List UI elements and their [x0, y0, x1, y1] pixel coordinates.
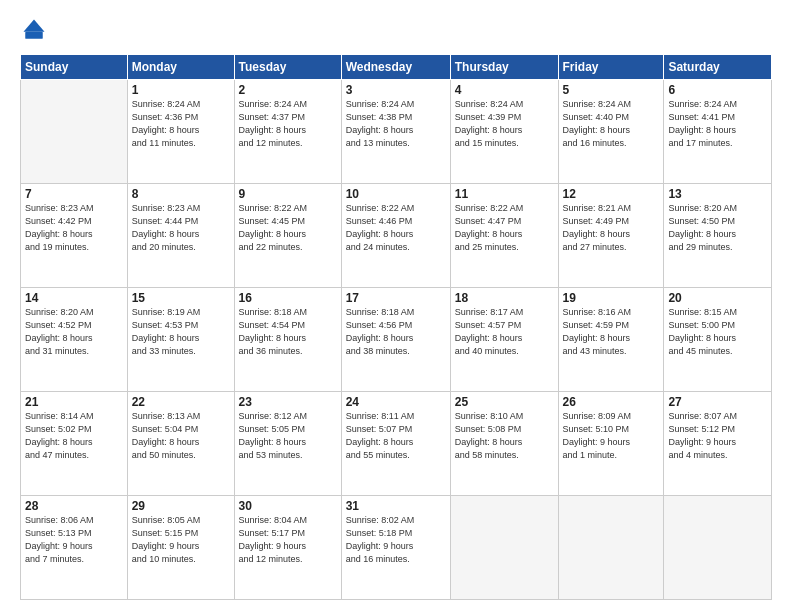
calendar-cell: 3Sunrise: 8:24 AM Sunset: 4:38 PM Daylig…	[341, 80, 450, 184]
day-number: 26	[563, 395, 660, 409]
day-info: Sunrise: 8:19 AM Sunset: 4:53 PM Dayligh…	[132, 306, 230, 358]
day-info: Sunrise: 8:07 AM Sunset: 5:12 PM Dayligh…	[668, 410, 767, 462]
day-info: Sunrise: 8:22 AM Sunset: 4:45 PM Dayligh…	[239, 202, 337, 254]
logo-icon	[20, 16, 48, 44]
day-info: Sunrise: 8:14 AM Sunset: 5:02 PM Dayligh…	[25, 410, 123, 462]
day-info: Sunrise: 8:10 AM Sunset: 5:08 PM Dayligh…	[455, 410, 554, 462]
calendar-week-row: 28Sunrise: 8:06 AM Sunset: 5:13 PM Dayli…	[21, 496, 772, 600]
day-info: Sunrise: 8:02 AM Sunset: 5:18 PM Dayligh…	[346, 514, 446, 566]
day-info: Sunrise: 8:05 AM Sunset: 5:15 PM Dayligh…	[132, 514, 230, 566]
calendar-header-wednesday: Wednesday	[341, 55, 450, 80]
day-info: Sunrise: 8:24 AM Sunset: 4:38 PM Dayligh…	[346, 98, 446, 150]
day-info: Sunrise: 8:24 AM Sunset: 4:40 PM Dayligh…	[563, 98, 660, 150]
calendar-cell: 2Sunrise: 8:24 AM Sunset: 4:37 PM Daylig…	[234, 80, 341, 184]
calendar-cell: 19Sunrise: 8:16 AM Sunset: 4:59 PM Dayli…	[558, 288, 664, 392]
day-number: 12	[563, 187, 660, 201]
day-number: 15	[132, 291, 230, 305]
calendar-week-row: 1Sunrise: 8:24 AM Sunset: 4:36 PM Daylig…	[21, 80, 772, 184]
day-number: 24	[346, 395, 446, 409]
day-number: 27	[668, 395, 767, 409]
day-number: 14	[25, 291, 123, 305]
day-info: Sunrise: 8:24 AM Sunset: 4:39 PM Dayligh…	[455, 98, 554, 150]
calendar-cell	[664, 496, 772, 600]
calendar-cell: 17Sunrise: 8:18 AM Sunset: 4:56 PM Dayli…	[341, 288, 450, 392]
day-number: 6	[668, 83, 767, 97]
day-number: 11	[455, 187, 554, 201]
day-info: Sunrise: 8:21 AM Sunset: 4:49 PM Dayligh…	[563, 202, 660, 254]
calendar-cell: 16Sunrise: 8:18 AM Sunset: 4:54 PM Dayli…	[234, 288, 341, 392]
day-info: Sunrise: 8:18 AM Sunset: 4:56 PM Dayligh…	[346, 306, 446, 358]
day-number: 1	[132, 83, 230, 97]
day-info: Sunrise: 8:09 AM Sunset: 5:10 PM Dayligh…	[563, 410, 660, 462]
calendar-cell: 13Sunrise: 8:20 AM Sunset: 4:50 PM Dayli…	[664, 184, 772, 288]
day-info: Sunrise: 8:20 AM Sunset: 4:52 PM Dayligh…	[25, 306, 123, 358]
calendar-header-saturday: Saturday	[664, 55, 772, 80]
header	[20, 16, 772, 44]
calendar-header-friday: Friday	[558, 55, 664, 80]
day-info: Sunrise: 8:13 AM Sunset: 5:04 PM Dayligh…	[132, 410, 230, 462]
day-info: Sunrise: 8:11 AM Sunset: 5:07 PM Dayligh…	[346, 410, 446, 462]
day-info: Sunrise: 8:16 AM Sunset: 4:59 PM Dayligh…	[563, 306, 660, 358]
day-info: Sunrise: 8:23 AM Sunset: 4:42 PM Dayligh…	[25, 202, 123, 254]
calendar-cell: 7Sunrise: 8:23 AM Sunset: 4:42 PM Daylig…	[21, 184, 128, 288]
calendar-cell: 12Sunrise: 8:21 AM Sunset: 4:49 PM Dayli…	[558, 184, 664, 288]
calendar-header-thursday: Thursday	[450, 55, 558, 80]
calendar-week-row: 21Sunrise: 8:14 AM Sunset: 5:02 PM Dayli…	[21, 392, 772, 496]
day-number: 4	[455, 83, 554, 97]
day-number: 19	[563, 291, 660, 305]
day-info: Sunrise: 8:24 AM Sunset: 4:41 PM Dayligh…	[668, 98, 767, 150]
calendar-cell: 18Sunrise: 8:17 AM Sunset: 4:57 PM Dayli…	[450, 288, 558, 392]
day-number: 9	[239, 187, 337, 201]
day-info: Sunrise: 8:23 AM Sunset: 4:44 PM Dayligh…	[132, 202, 230, 254]
calendar-cell: 20Sunrise: 8:15 AM Sunset: 5:00 PM Dayli…	[664, 288, 772, 392]
calendar-header-sunday: Sunday	[21, 55, 128, 80]
day-info: Sunrise: 8:24 AM Sunset: 4:37 PM Dayligh…	[239, 98, 337, 150]
calendar-cell: 24Sunrise: 8:11 AM Sunset: 5:07 PM Dayli…	[341, 392, 450, 496]
day-info: Sunrise: 8:22 AM Sunset: 4:47 PM Dayligh…	[455, 202, 554, 254]
day-number: 2	[239, 83, 337, 97]
day-info: Sunrise: 8:06 AM Sunset: 5:13 PM Dayligh…	[25, 514, 123, 566]
calendar-cell: 14Sunrise: 8:20 AM Sunset: 4:52 PM Dayli…	[21, 288, 128, 392]
calendar-cell	[450, 496, 558, 600]
day-info: Sunrise: 8:18 AM Sunset: 4:54 PM Dayligh…	[239, 306, 337, 358]
calendar-cell: 31Sunrise: 8:02 AM Sunset: 5:18 PM Dayli…	[341, 496, 450, 600]
calendar-table: SundayMondayTuesdayWednesdayThursdayFrid…	[20, 54, 772, 600]
day-number: 23	[239, 395, 337, 409]
day-number: 3	[346, 83, 446, 97]
calendar-cell: 4Sunrise: 8:24 AM Sunset: 4:39 PM Daylig…	[450, 80, 558, 184]
calendar-cell: 5Sunrise: 8:24 AM Sunset: 4:40 PM Daylig…	[558, 80, 664, 184]
day-number: 31	[346, 499, 446, 513]
calendar-cell: 22Sunrise: 8:13 AM Sunset: 5:04 PM Dayli…	[127, 392, 234, 496]
day-number: 7	[25, 187, 123, 201]
calendar-cell: 1Sunrise: 8:24 AM Sunset: 4:36 PM Daylig…	[127, 80, 234, 184]
calendar-week-row: 14Sunrise: 8:20 AM Sunset: 4:52 PM Dayli…	[21, 288, 772, 392]
day-info: Sunrise: 8:15 AM Sunset: 5:00 PM Dayligh…	[668, 306, 767, 358]
calendar-header-tuesday: Tuesday	[234, 55, 341, 80]
calendar-cell: 6Sunrise: 8:24 AM Sunset: 4:41 PM Daylig…	[664, 80, 772, 184]
calendar-cell: 21Sunrise: 8:14 AM Sunset: 5:02 PM Dayli…	[21, 392, 128, 496]
day-info: Sunrise: 8:17 AM Sunset: 4:57 PM Dayligh…	[455, 306, 554, 358]
day-number: 29	[132, 499, 230, 513]
svg-marker-0	[24, 20, 45, 32]
day-info: Sunrise: 8:20 AM Sunset: 4:50 PM Dayligh…	[668, 202, 767, 254]
day-number: 18	[455, 291, 554, 305]
day-info: Sunrise: 8:24 AM Sunset: 4:36 PM Dayligh…	[132, 98, 230, 150]
calendar-cell: 30Sunrise: 8:04 AM Sunset: 5:17 PM Dayli…	[234, 496, 341, 600]
calendar-header-row: SundayMondayTuesdayWednesdayThursdayFrid…	[21, 55, 772, 80]
calendar-cell: 15Sunrise: 8:19 AM Sunset: 4:53 PM Dayli…	[127, 288, 234, 392]
day-number: 13	[668, 187, 767, 201]
calendar-cell	[21, 80, 128, 184]
day-number: 8	[132, 187, 230, 201]
day-number: 28	[25, 499, 123, 513]
calendar-cell: 23Sunrise: 8:12 AM Sunset: 5:05 PM Dayli…	[234, 392, 341, 496]
day-info: Sunrise: 8:12 AM Sunset: 5:05 PM Dayligh…	[239, 410, 337, 462]
day-info: Sunrise: 8:22 AM Sunset: 4:46 PM Dayligh…	[346, 202, 446, 254]
logo	[20, 16, 52, 44]
day-number: 5	[563, 83, 660, 97]
page: SundayMondayTuesdayWednesdayThursdayFrid…	[0, 0, 792, 612]
calendar-cell: 25Sunrise: 8:10 AM Sunset: 5:08 PM Dayli…	[450, 392, 558, 496]
calendar-cell: 10Sunrise: 8:22 AM Sunset: 4:46 PM Dayli…	[341, 184, 450, 288]
calendar-cell: 29Sunrise: 8:05 AM Sunset: 5:15 PM Dayli…	[127, 496, 234, 600]
day-number: 17	[346, 291, 446, 305]
day-number: 10	[346, 187, 446, 201]
